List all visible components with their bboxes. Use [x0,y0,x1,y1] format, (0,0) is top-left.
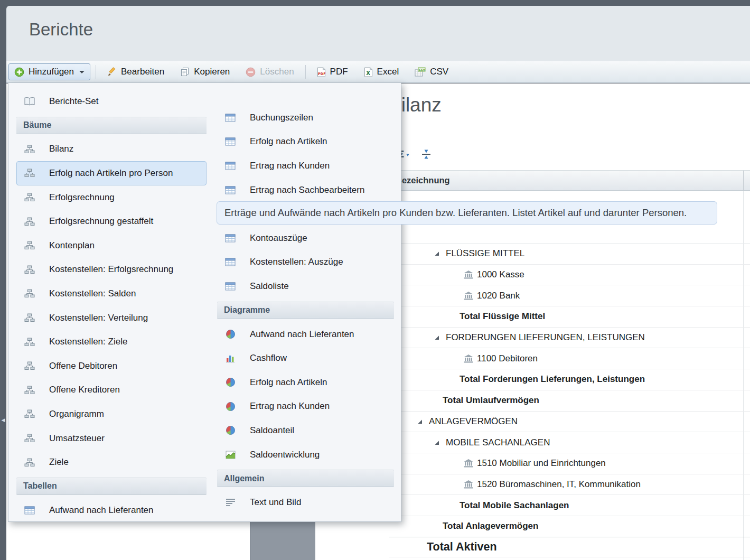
application-window: Berichte HinzufügenBearbeitenKopierenLös… [0,0,750,560]
expand-triangle-icon[interactable] [434,335,439,340]
table-row[interactable]: MOBILE SACHANLAGEN [389,432,750,453]
expand-triangle-icon[interactable] [434,251,439,256]
toolbar-button-pdf[interactable]: PDFPDF [311,63,354,80]
menu-item[interactable]: Saldoentwicklung [217,443,394,467]
row-label: FLÜSSIGE MITTEL [446,248,524,259]
collapse-rows-icon[interactable] [420,148,432,160]
menu-item[interactable]: Umsatzsteuer [16,426,207,451]
menu-item[interactable]: Erfolg nach Artikeln [217,130,394,154]
menu-item[interactable]: Kontoauszüge [217,226,394,250]
pie-icon [224,329,236,339]
menu-item[interactable]: Organigramm [16,402,207,426]
table-row[interactable]: Total Anlagevermögen [389,516,750,537]
toolbar: HinzufügenBearbeitenKopierenLöschenPDFPD… [6,61,750,83]
row-label: 1020 Bank [477,291,520,301]
menu-item[interactable]: Bilanz [16,137,207,162]
menu-item-label: Kostenstellen: Ziele [49,337,127,347]
menu-item[interactable]: Buchungszeilen [217,106,394,130]
table-row[interactable]: FLÜSSIGE MITTEL [389,244,750,265]
menu-item[interactable]: Erfolgsrechnung gestaffelt [16,209,207,234]
menu-item-label: Ertrag nach Kunden [250,161,330,171]
row-label: ANLAGEVERMÖGEN [429,416,518,427]
menu-item[interactable]: Erfolg nach Artikeln pro Person [16,161,207,185]
table-icon [224,186,236,194]
table-row[interactable]: 1520 Büromaschinen, IT, Kommunikation [389,474,750,496]
table-row[interactable]: 1000 Kasse [389,265,750,286]
menu-item-label: Kontenplan [49,240,95,251]
panel-collapse-handle[interactable]: ◀ [0,409,6,431]
column-header-bezeichnung[interactable]: Bezeichnung [396,175,450,185]
tree-icon [24,289,35,298]
table-row[interactable]: 1100 Debitoren [389,348,750,369]
menu-item[interactable]: Ertrag nach Kunden [217,154,394,178]
table-row[interactable]: FORDERUNGEN LIEFERUNGEN, LEISTUNGEN [389,328,750,349]
menu-item[interactable]: Kostenstellen: Ziele [16,330,207,354]
tree-icon [24,145,35,154]
menu-item[interactable]: Aufwand nach Lieferanten [217,322,394,347]
menu-item[interactable]: Offene Debitoren [16,354,207,378]
menu-item[interactable]: Text und Bild [217,490,394,515]
menu-item[interactable]: Kontenplan [16,234,207,258]
toolbar-button-label: Kopieren [194,67,230,77]
dropdown-caret-icon [79,71,85,73]
table-icon [224,282,236,291]
menu-section-header: Tabellen [16,478,207,495]
bank-account-icon [464,354,473,363]
table-row[interactable]: Total Aktiven [389,537,750,558]
menu-item-label: Kostenstellen: Erfolgsrechnung [49,264,173,275]
area-icon [224,451,236,459]
table-row[interactable]: 1510 Mobiliar und Einrichtungen [389,453,750,474]
menu-item[interactable]: Kostenstellen: Erfolgsrechnung [16,258,207,282]
menu-item-label: Ertrag nach Kunden [250,401,330,412]
menu-item-label: Organigramm [49,409,104,419]
toolbar-separator [96,65,96,79]
toolbar-button-edit[interactable]: Bearbeiten [101,63,170,80]
toolbar-button-excel[interactable]: XExcel [358,63,405,80]
table-row[interactable]: ANLAGEVERMÖGEN [389,412,750,433]
toolbar-button-csv[interactable]: CSVCSV [409,63,454,80]
tree-icon [24,169,35,178]
menu-item[interactable]: Aufwand nach Lieferanten [16,498,207,522]
expand-triangle-icon[interactable] [434,440,439,445]
menu-item-label: Kostenstellen: Verteilung [49,313,148,323]
menu-item-label: Erfolg nach Artikeln [250,136,327,147]
pie-icon [224,402,236,412]
copy-icon [180,67,190,77]
csv-icon: CSV [415,67,426,77]
menu-item[interactable]: Erfolg nach Artikeln [217,370,394,395]
table-row[interactable]: 1020 Bank [389,285,750,306]
menu-item[interactable]: Berichte-Set [16,89,207,114]
menu-item[interactable]: Kostenstellen: Auszüge [217,250,394,275]
tree-icon [24,386,35,395]
expand-triangle-icon[interactable] [417,419,423,424]
menu-item[interactable]: Cashflow [217,346,394,370]
menu-item-label: Cashflow [250,353,287,363]
menu-item[interactable]: Ziele [16,450,207,474]
menu-item-label: Kostenstellen: Auszüge [250,257,343,267]
menu-item[interactable]: Offene Kreditoren [16,378,207,403]
toolbar-button-add[interactable]: Hinzufügen [8,63,90,80]
table-row[interactable]: Total Umlaufvermögen [389,390,750,412]
minus-circle-icon [246,67,256,77]
tree-icon [24,458,35,467]
row-label: FORDERUNGEN LIEFERUNGEN, LEISTUNGEN [446,332,645,343]
menu-item[interactable]: Kostenstellen: Verteilung [16,306,207,330]
row-label: Total Aktiven [427,540,497,554]
menu-item-label: Aufwand nach Lieferanten [250,329,354,340]
menu-item[interactable]: Ertrag nach Sachbearbeitern [217,178,394,202]
row-label: Total Anlagevermögen [443,521,538,531]
menu-item[interactable]: Erfolgsrechnung [16,185,207,210]
menu-item[interactable]: Kostenstellen: Salden [16,282,207,306]
menu-item-label: Berichte-Set [49,96,99,107]
table-row[interactable]: Total Mobile Sachanlagen [389,495,750,516]
menu-item[interactable]: Saldoanteil [217,418,394,443]
tree-icon [24,409,35,418]
menu-item[interactable]: Ertrag nach Kunden [217,395,394,419]
report-tools: Σ [397,148,432,160]
menu-item[interactable]: Saldoliste [217,274,394,298]
menu-item-label: Kontoauszüge [250,233,307,244]
table-row[interactable]: Total Flüssige Mittel [389,306,750,328]
menu-item-label: Ertrag nach Sachbearbeitern [250,185,364,195]
table-row[interactable]: Total Forderungen Lieferungen, Leistunge… [389,369,750,390]
toolbar-button-copy[interactable]: Kopieren [174,63,236,80]
